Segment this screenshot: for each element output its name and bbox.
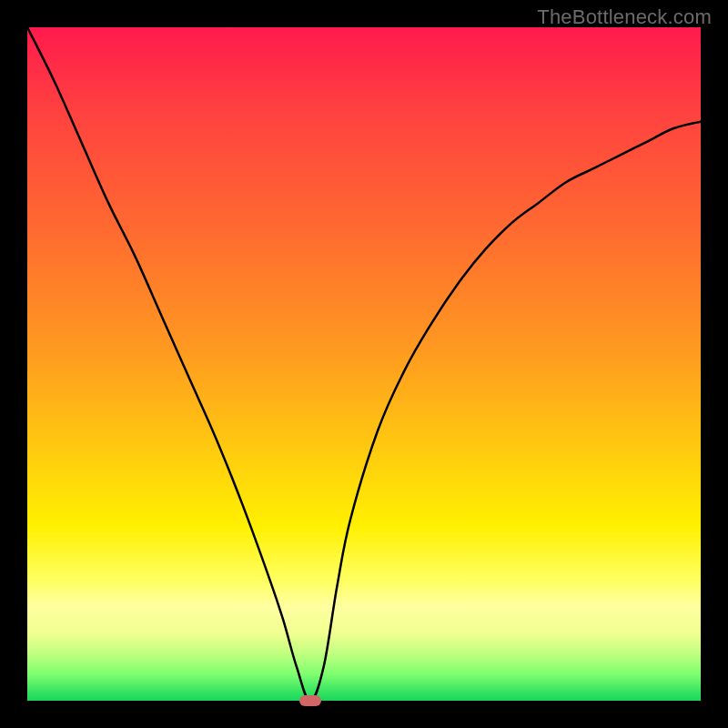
plot-area bbox=[27, 27, 701, 701]
watermark-text: TheBottleneck.com bbox=[537, 5, 712, 29]
chart-frame: TheBottleneck.com bbox=[0, 0, 728, 728]
minimum-marker bbox=[299, 695, 321, 706]
bottleneck-curve bbox=[27, 27, 701, 701]
